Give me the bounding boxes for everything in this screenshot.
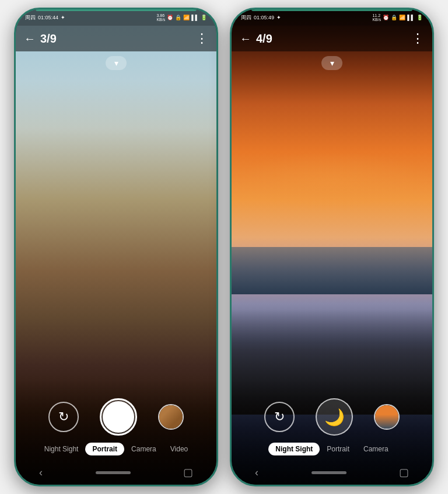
water-area-2 bbox=[232, 247, 432, 294]
thumbnail-preview-1 bbox=[159, 405, 183, 429]
mode-portrait-2[interactable]: Portrait bbox=[320, 443, 356, 455]
bottom-bar-2: ‹ ▢ bbox=[232, 466, 432, 479]
shutter-button-1[interactable] bbox=[100, 398, 137, 436]
signal-icon-2: ▌▌ bbox=[407, 15, 415, 20]
rotate-icon-2: ↻ bbox=[274, 409, 285, 425]
more-button-1[interactable]: ⋮ bbox=[195, 31, 208, 46]
rotate-mode-btn-2[interactable]: ↻ bbox=[264, 402, 295, 432]
home-indicator-2 bbox=[312, 471, 346, 474]
status-right-2: 11.2KB/s ⏰ 🔒 📶 ▌▌ 🔋 bbox=[372, 13, 423, 22]
more-button-2[interactable]: ⋮ bbox=[411, 31, 424, 46]
night-sight-shutter-2[interactable]: 🌙 bbox=[316, 398, 353, 436]
nav-left-1: ← 3/9 bbox=[24, 32, 57, 46]
battery-icon-1: 🔋 bbox=[201, 15, 207, 20]
status-bar-1: 周四 01:05:44 ✦ 3.86KB/s ⏰ 🔒 📶 ▌▌ 🔋 bbox=[16, 9, 216, 26]
mode-video-1[interactable]: Video bbox=[163, 443, 195, 455]
mode-icons-row-1: ↻ bbox=[48, 398, 184, 436]
clock-icon-2: ⏰ bbox=[383, 15, 389, 20]
gallery-thumbnail-1[interactable] bbox=[158, 404, 184, 430]
back-button-2[interactable]: ← bbox=[240, 32, 251, 46]
mode-portrait-1[interactable]: Portrait bbox=[85, 443, 124, 455]
rotate-mode-btn-1[interactable]: ↻ bbox=[48, 402, 79, 432]
lock-icon-2: 🔒 bbox=[391, 15, 397, 20]
wifi-icon-1: 📶 bbox=[183, 15, 190, 20]
status-bar-2: 周四 01:05:49 ✦ 11.2KB/s ⏰ 🔒 📶 ▌▌ 🔋 bbox=[232, 9, 432, 26]
dropdown-button-2[interactable] bbox=[321, 56, 342, 70]
back-gesture-1: ‹ bbox=[39, 467, 43, 479]
horizon-glow-2 bbox=[232, 152, 432, 210]
network-speed-2: 11.2KB/s bbox=[372, 13, 381, 22]
home-indicator-1 bbox=[96, 471, 131, 474]
phone-2: 周四 01:05:49 ✦ 11.2KB/s ⏰ 🔒 📶 ▌▌ 🔋 ← 4/9 bbox=[230, 8, 434, 486]
mode-labels-row-2: Night Sight Portrait Camera bbox=[268, 443, 395, 455]
bottom-bar-1: ‹ ▢ bbox=[16, 466, 216, 479]
mode-camera-2[interactable]: Camera bbox=[356, 443, 396, 455]
recents-gesture-1: ▢ bbox=[183, 466, 193, 479]
rotate-icon-1: ↻ bbox=[58, 409, 69, 425]
status-day-2: 周四 bbox=[241, 14, 251, 22]
status-left-1: 周四 01:05:44 ✦ bbox=[25, 14, 65, 22]
photo-counter-1: 3/9 bbox=[40, 32, 57, 46]
status-day-1: 周四 bbox=[25, 14, 36, 22]
battery-icon-2: 🔋 bbox=[416, 15, 423, 20]
nav-bar-2: ← 4/9 ⋮ bbox=[232, 26, 432, 51]
mode-icons-row-2: ↻ 🌙 bbox=[264, 398, 400, 436]
mode-camera-1[interactable]: Camera bbox=[124, 443, 163, 455]
clock-icon-1: ⏰ bbox=[167, 15, 173, 20]
lock-icon-1: 🔒 bbox=[175, 15, 181, 20]
status-left-2: 周四 01:05:49 ✦ bbox=[241, 14, 281, 22]
network-speed-1: 3.86KB/s bbox=[156, 13, 165, 22]
status-time-2: 01:05:49 bbox=[254, 15, 274, 20]
gallery-thumbnail-2[interactable] bbox=[374, 404, 400, 430]
mode-labels-row-1: Night Sight Portrait Camera Video bbox=[37, 443, 195, 455]
status-star-1: ✦ bbox=[61, 15, 65, 20]
nav-bar-1: ← 3/9 ⋮ bbox=[16, 26, 216, 51]
thumbnail-preview-2 bbox=[375, 405, 398, 429]
wifi-icon-2: 📶 bbox=[399, 15, 405, 20]
signal-icon-1: ▌▌ bbox=[191, 15, 199, 20]
nav-left-2: ← 4/9 bbox=[240, 32, 272, 46]
photo-counter-2: 4/9 bbox=[256, 32, 272, 46]
moon-icon-2: 🌙 bbox=[324, 408, 345, 427]
phone-1: 周四 01:05:44 ✦ 3.86KB/s ⏰ 🔒 📶 ▌▌ 🔋 ← 3/9 bbox=[14, 8, 218, 486]
status-star-2: ✦ bbox=[276, 15, 281, 20]
status-right-1: 3.86KB/s ⏰ 🔒 📶 ▌▌ 🔋 bbox=[156, 13, 207, 22]
mode-nightsight-1[interactable]: Night Sight bbox=[37, 443, 86, 455]
dropdown-button-1[interactable] bbox=[106, 56, 127, 70]
mode-nightsight-2[interactable]: Night Sight bbox=[268, 443, 320, 455]
back-button-1[interactable]: ← bbox=[24, 32, 36, 46]
status-time-1: 01:05:44 bbox=[38, 15, 58, 20]
recents-gesture-2: ▢ bbox=[399, 466, 409, 479]
back-gesture-2: ‹ bbox=[255, 467, 258, 479]
shutter-inner-1 bbox=[103, 401, 134, 433]
